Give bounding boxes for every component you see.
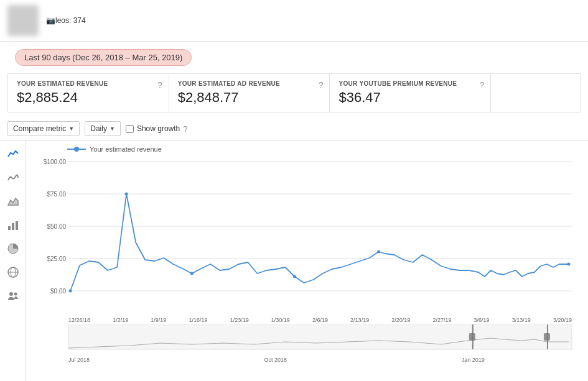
mini-chart[interactable] (36, 324, 578, 356)
sidebar-icon-wave-chart[interactable] (6, 170, 21, 185)
x-label-8: 2/20/19 (391, 317, 410, 323)
metric-ad-revenue-info-icon[interactable]: ? (319, 80, 323, 90)
svg-text:$100.00: $100.00 (44, 158, 67, 165)
metric-premium-revenue-label: YOUR YOUTUBE PREMIUM REVENUE (338, 80, 482, 87)
mini-x-labels: Jul 2018 Oct 2018 Jan 2019 (68, 357, 572, 363)
metrics-row: YOUR ESTIMATED REVENUE $2,885.24 ? YOUR … (7, 73, 581, 112)
sidebar-icon-bar-chart[interactable] (6, 218, 21, 232)
x-label-11: 3/13/19 (512, 317, 531, 323)
x-label-10: 3/6/19 (474, 317, 490, 323)
svg-point-7 (9, 292, 13, 296)
x-label-9: 2/27/19 (432, 317, 451, 323)
x-label-5: 1/30/19 (271, 317, 290, 323)
show-growth-label: Show growth (137, 124, 180, 133)
x-label-0: 12/26/18 (68, 317, 90, 323)
daily-chevron-icon: ▼ (110, 126, 115, 132)
show-growth-checkbox[interactable] (126, 125, 134, 133)
daily-dropdown[interactable]: Daily ▼ (85, 121, 121, 136)
channel-avatar (7, 5, 39, 36)
mini-x-label-4: Jan 2019 (462, 357, 485, 363)
sidebar (0, 140, 26, 381)
x-label-7: 2/13/19 (350, 317, 369, 323)
metric-ad-revenue-label: YOUR ESTIMATED AD REVENUE (178, 80, 321, 87)
mini-x-label-0: Jul 2018 (68, 357, 90, 363)
svg-text:$75.00: $75.00 (47, 191, 66, 198)
svg-point-20 (125, 193, 128, 196)
date-range-badge[interactable]: Last 90 days (Dec 26, 2018 – Mar 25, 201… (15, 49, 192, 66)
svg-point-21 (190, 272, 194, 275)
svg-rect-29 (544, 333, 550, 341)
svg-point-19 (69, 290, 72, 293)
sidebar-icon-area-chart[interactable] (6, 194, 21, 209)
show-growth-help-icon[interactable]: ? (183, 124, 187, 134)
metric-estimated-revenue-info-icon[interactable]: ? (157, 80, 162, 90)
svg-rect-28 (469, 333, 475, 341)
metric-estimated-revenue-label: YOUR ESTIMATED REVENUE (17, 80, 160, 87)
x-axis-labels: 12/26/18 1/2/19 1/9/19 1/16/19 1/23/19 1… (68, 317, 572, 323)
svg-point-24 (567, 263, 570, 266)
sidebar-icon-globe[interactable] (6, 265, 21, 280)
svg-rect-2 (16, 221, 18, 230)
metric-premium-revenue: YOUR YOUTUBE PREMIUM REVENUE $36.47 ? (330, 74, 491, 112)
svg-text:$50.00: $50.00 (47, 223, 66, 230)
main-chart: $100.00 $75.00 $50.00 $25.00 $0.00 (36, 155, 578, 317)
sidebar-icon-pie-chart[interactable] (6, 241, 21, 256)
metric-ad-revenue: YOUR ESTIMATED AD REVENUE $2,848.77 ? (169, 74, 330, 112)
show-growth-container[interactable]: Show growth ? (126, 124, 188, 134)
svg-text:$25.00: $25.00 (47, 255, 66, 262)
sidebar-icon-users[interactable] (6, 288, 21, 303)
toolbar: Compare metric ▼ Daily ▼ Show growth ? (0, 117, 588, 140)
sidebar-icon-line-chart[interactable] (6, 147, 21, 162)
svg-point-23 (377, 250, 380, 254)
x-label-2: 1/9/19 (151, 317, 166, 323)
daily-label: Daily (90, 124, 107, 133)
mini-x-label-2: Oct 2018 (264, 357, 287, 363)
metric-ad-revenue-value: $2,848.77 (178, 90, 321, 106)
camera-icon: 📷 (46, 16, 55, 25)
compare-metric-dropdown[interactable]: Compare metric ▼ (7, 121, 80, 136)
svg-rect-1 (12, 223, 14, 230)
chart-area: Your estimated revenue $100.00 $75.00 $5… (26, 140, 588, 381)
legend-line (67, 149, 86, 150)
video-count: leos: 374 (55, 16, 86, 25)
chart-legend: Your estimated revenue (67, 145, 578, 153)
svg-point-8 (14, 293, 17, 296)
date-range-container: Last 90 days (Dec 26, 2018 – Mar 25, 201… (0, 42, 588, 73)
metric-estimated-revenue-value: $2,885.24 (17, 90, 160, 106)
metric-estimated-revenue: YOUR ESTIMATED REVENUE $2,885.24 ? (8, 74, 169, 112)
legend-label: Your estimated revenue (90, 145, 162, 153)
svg-point-22 (293, 275, 296, 278)
svg-rect-25 (68, 324, 572, 349)
x-label-4: 1/23/19 (230, 317, 249, 323)
metric-premium-revenue-value: $36.47 (338, 90, 482, 106)
svg-rect-0 (8, 226, 11, 230)
x-label-1: 1/2/19 (113, 317, 128, 323)
x-label-6: 2/6/19 (312, 317, 328, 323)
x-label-12: 3/20/19 (553, 317, 572, 323)
metric-premium-revenue-info-icon[interactable]: ? (480, 80, 484, 90)
legend-dot (74, 147, 79, 152)
x-label-3: 1/16/19 (189, 317, 207, 323)
compare-metric-label: Compare metric (13, 124, 66, 133)
compare-metric-chevron-icon: ▼ (68, 126, 74, 132)
metric-empty-cell (491, 74, 580, 112)
svg-text:$0.00: $0.00 (50, 288, 66, 295)
main-content: Your estimated revenue $100.00 $75.00 $5… (0, 140, 588, 381)
top-bar: 📷 leos: 374 (0, 0, 588, 42)
